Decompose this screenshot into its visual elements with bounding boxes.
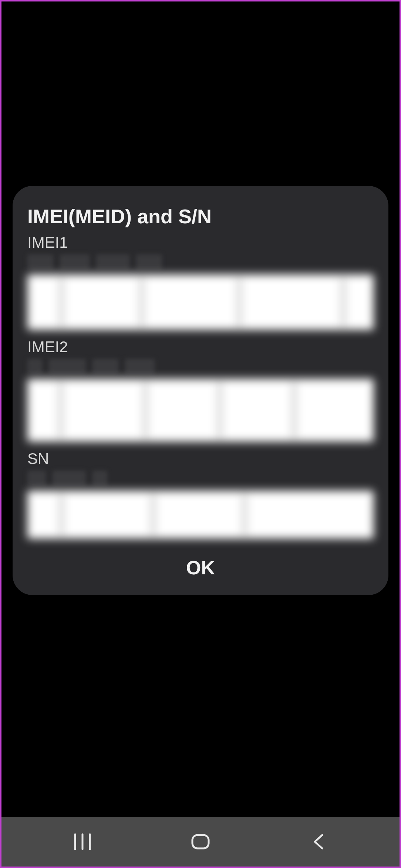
imei-dialog: IMEI(MEID) and S/N IMEI1 IMEI2 SN OK xyxy=(13,186,388,595)
recents-button[interactable] xyxy=(60,827,105,857)
dialog-title: IMEI(MEID) and S/N xyxy=(27,204,374,228)
imei1-label: IMEI1 xyxy=(27,234,374,251)
recents-icon xyxy=(72,833,93,851)
home-button[interactable] xyxy=(178,827,223,857)
imei2-label: IMEI2 xyxy=(27,338,374,356)
imei2-value-redacted xyxy=(27,359,374,374)
sn-barcode-redacted xyxy=(27,491,374,539)
sn-label: SN xyxy=(27,450,374,468)
back-icon xyxy=(311,833,326,851)
imei1-barcode-redacted xyxy=(27,274,374,330)
svg-rect-3 xyxy=(192,835,209,848)
imei2-barcode-redacted xyxy=(27,379,374,442)
sn-value-redacted xyxy=(27,471,374,485)
home-icon xyxy=(190,833,211,851)
navigation-bar xyxy=(1,817,400,867)
imei1-value-redacted xyxy=(27,254,374,269)
ok-button[interactable]: OK xyxy=(27,547,374,582)
back-button[interactable] xyxy=(296,827,341,857)
